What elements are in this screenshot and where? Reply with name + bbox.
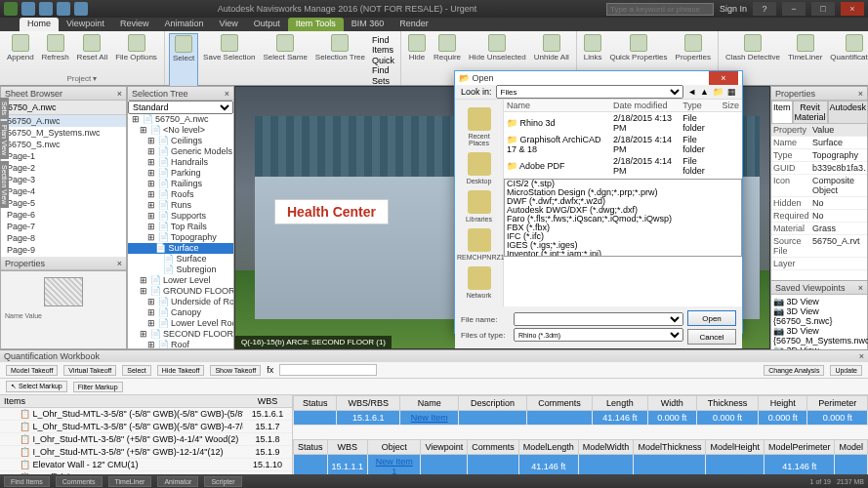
column-header[interactable]: ModelPerimeter	[764, 440, 835, 455]
minimize-button[interactable]: −	[782, 2, 806, 16]
column-header[interactable]: ModelWidth	[578, 440, 634, 455]
file-item[interactable]: Page-8	[1, 232, 126, 244]
quick-props-button[interactable]: Quick Properties	[606, 33, 670, 62]
tab-autodesk[interactable]: Autodesk	[828, 101, 868, 124]
dialog-close-button[interactable]: ×	[709, 71, 738, 85]
cancel-button[interactable]: Cancel	[687, 329, 736, 345]
column-header[interactable]: Size	[719, 100, 742, 112]
panel-close-icon[interactable]: ×	[858, 283, 863, 293]
tree-node[interactable]: 📄 Surface	[128, 243, 233, 254]
place-item[interactable]: Recent Places	[457, 107, 501, 146]
tab-item[interactable]: Item	[771, 101, 793, 124]
tree-node[interactable]: ⊞ 📄 Roof	[128, 340, 233, 348]
column-header[interactable]: Name	[504, 100, 610, 112]
column-header[interactable]: Status	[294, 440, 328, 455]
file-item[interactable]: 56750_S.nwc	[1, 139, 126, 150]
tree-node[interactable]: ⊞ 📄 Top Rails	[128, 222, 233, 232]
back-icon[interactable]: ◄	[687, 87, 696, 97]
plan-view-tab[interactable]: Plan View	[0, 121, 9, 159]
up-icon[interactable]: ▲	[700, 87, 709, 97]
tree-node[interactable]: ⊞ 📄 Railings	[128, 179, 233, 189]
tree-node[interactable]: ⊞ 📄 Roofs	[128, 189, 233, 200]
tree-node[interactable]: ⊞ 📄 GROUND FLOOR	[128, 286, 233, 297]
quant-item-row[interactable]: 📋 L_Ohr_Stud-MTL-3-5/8" (-5/8" GWB)(-5/8…	[0, 421, 292, 433]
select-markup-button[interactable]: ↖ Select Markup	[6, 381, 67, 392]
hide-unselected-button[interactable]: Hide Unselected	[466, 33, 529, 62]
tree-node[interactable]: 📄 Subregion	[128, 264, 233, 275]
virtual-takeoff-button[interactable]: Virtual Takeoff	[63, 365, 116, 376]
qat-btn[interactable]	[74, 2, 88, 16]
panel-close-icon[interactable]: ×	[117, 89, 122, 99]
qat-btn[interactable]	[39, 2, 53, 16]
column-header[interactable]: ModelHeight	[706, 440, 765, 455]
file-item[interactable]: Page-1	[1, 150, 126, 162]
table-row[interactable]: 15.1.6.1 New Item 41.146 ft 0.000 ft 0.0…	[294, 411, 868, 426]
file-item[interactable]: 56750_M_Systems.nwc	[1, 127, 126, 139]
file-item[interactable]: Page-9	[1, 244, 126, 256]
tab-review[interactable]: Review	[112, 18, 157, 31]
tree-node[interactable]: ⊞ 📄 Underside of Roof structure	[128, 297, 233, 307]
tree-node[interactable]: ⊞ 📄 <No level>	[128, 125, 233, 136]
app-icon[interactable]	[4, 2, 18, 16]
tree-body[interactable]: ⊞ 📄 56750_A.nwc⊞ 📄 <No level>⊞ 📄 Ceiling…	[128, 114, 233, 348]
detail-table[interactable]: StatusWBS/RBSNameDescriptionCommentsLeng…	[293, 395, 868, 426]
panel-close-icon[interactable]: ×	[859, 351, 864, 361]
change-analysis-button[interactable]: Change Analysis	[764, 365, 824, 376]
column-header[interactable]: Name	[400, 396, 459, 411]
tree-node[interactable]: ⊞ 📄 Lower Level Roof	[128, 318, 233, 329]
close-button[interactable]: ×	[841, 2, 864, 16]
file-item[interactable]: Page-7	[1, 221, 126, 232]
saved-view-item[interactable]: 📷 3D View {56750_S.nwc}	[773, 306, 865, 326]
column-header[interactable]: Status	[294, 396, 337, 411]
quant-item-row[interactable]: 📋 I_Ohr_Stud-MTL-3-5/8" (+5/8" GWB)-12-1…	[0, 446, 292, 459]
tab-bim360[interactable]: BIM 360	[344, 18, 393, 31]
tree-mode-select[interactable]: Standard	[128, 101, 233, 114]
file-item[interactable]: 56750_A.nwc	[1, 115, 126, 127]
column-header[interactable]: Width	[647, 396, 696, 411]
column-header[interactable]: Comments	[468, 440, 519, 455]
animator-tab[interactable]: Animator	[157, 476, 198, 487]
tab-viewpoint[interactable]: Viewpoint	[59, 18, 112, 31]
column-header[interactable]: WBS/RBS	[337, 396, 400, 411]
column-header[interactable]: Height	[759, 396, 807, 411]
tree-node[interactable]: ⊞ 📄 Canopy	[128, 307, 233, 318]
place-item[interactable]: Network	[457, 266, 501, 299]
filetype-select[interactable]: Rhino (*.3dm)	[514, 328, 683, 342]
tab-home[interactable]: Home	[20, 18, 59, 31]
comments-tab[interactable]: Comments	[56, 476, 103, 487]
place-item[interactable]: REMCHPNRZ1	[457, 228, 501, 261]
tree-node[interactable]: ⊞ 📄 Supports	[128, 211, 233, 222]
show-takeoff-button[interactable]: Show Takeoff	[210, 365, 261, 376]
saved-view-item[interactable]: 📷 3D View	[773, 297, 865, 306]
saved-views-list[interactable]: 📷 3D View📷 3D View {56750_S.nwc}📷 3D Vie…	[771, 295, 867, 357]
unhide-all-button[interactable]: Unhide All	[531, 33, 572, 62]
column-header[interactable]: Model	[835, 440, 868, 455]
require-button[interactable]: Require	[431, 33, 464, 62]
find-items-link[interactable]: Find Items	[372, 35, 394, 55]
reset-button[interactable]: Reset All	[74, 33, 111, 62]
file-listing[interactable]: NameDate modifiedTypeSize 📁 Rhino 3d2/18…	[504, 100, 742, 306]
column-header[interactable]: Viewpoint	[421, 440, 468, 455]
column-header[interactable]: ModelLength	[518, 440, 578, 455]
panel-close-icon[interactable]: ×	[858, 89, 863, 99]
filetype-option[interactable]: Inventor (*.ipt;*.iam;*.ipj)	[505, 250, 741, 257]
tab-output[interactable]: Output	[246, 18, 288, 31]
sets-link[interactable]: Sets	[372, 76, 394, 86]
tree-node[interactable]: ⊞ 📄 Topography	[128, 232, 233, 243]
open-button[interactable]: Open	[687, 310, 736, 326]
folder-row[interactable]: 📁 Rhino 3d2/18/2015 4:13 PMFile folder	[504, 112, 742, 135]
tab-animation[interactable]: Animation	[156, 18, 211, 31]
formula-input[interactable]	[279, 364, 377, 376]
column-header[interactable]: Length	[593, 396, 648, 411]
tree-node[interactable]: ⊞ 📄 Parking	[128, 168, 233, 179]
column-header[interactable]: Comments	[526, 396, 592, 411]
place-item[interactable]: Libraries	[457, 190, 501, 223]
column-header[interactable]: Date modified	[610, 100, 680, 112]
filename-input[interactable]	[514, 312, 683, 326]
find-items-tab[interactable]: Find Items	[4, 476, 50, 487]
column-header[interactable]: Thickness	[696, 396, 759, 411]
quant-item-row[interactable]: 📋 I_Ohr_Stud-MTL-3-5/8" (+5/8" GWB)-4-1/…	[0, 433, 292, 446]
place-item[interactable]: Desktop	[457, 152, 501, 184]
file-item[interactable]: Page-5	[1, 197, 126, 209]
column-header[interactable]: Perimeter	[807, 396, 868, 411]
